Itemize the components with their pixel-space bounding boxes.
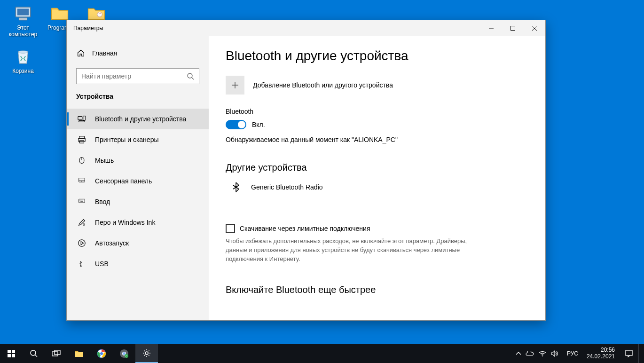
search-icon — [187, 72, 194, 80]
tray-onedrive-icon[interactable] — [526, 351, 534, 356]
notifications-button[interactable] — [620, 344, 638, 363]
sidebar-item-label: Автозапуск — [95, 239, 129, 247]
discoverable-text: Обнаруживаемое на данный момент как "ALI… — [226, 136, 525, 143]
other-devices-heading: Другие устройства — [226, 162, 525, 173]
task-view-button[interactable] — [45, 344, 68, 363]
svg-point-45 — [100, 352, 103, 355]
sidebar-item-usb[interactable]: USB — [67, 253, 209, 274]
sidebar-section-header: Устройства — [67, 93, 209, 100]
sidebar-item-label: Мышь — [95, 157, 114, 164]
sidebar-item-mouse[interactable]: Мышь — [67, 150, 209, 171]
metered-help-text: Чтобы избежать дополнительных расходов, … — [226, 237, 470, 264]
svg-rect-37 — [12, 354, 15, 357]
toggle-state-label: Вкл. — [252, 121, 265, 128]
svg-point-29 — [79, 240, 85, 246]
svg-line-10 — [192, 78, 194, 79]
svg-rect-40 — [52, 352, 58, 356]
svg-rect-6 — [511, 26, 515, 31]
tray-chevron-up-icon[interactable] — [516, 352, 521, 355]
home-label: Главная — [92, 49, 117, 57]
add-device-label: Добавление Bluetooth или другого устройс… — [253, 81, 393, 89]
taskbar-app-chrome-canary[interactable]: C — [113, 344, 135, 363]
maximize-button[interactable] — [502, 20, 524, 36]
svg-rect-14 — [79, 136, 85, 139]
sidebar-item-pen[interactable]: Перо и Windows Ink — [67, 212, 209, 233]
svg-point-31 — [80, 266, 82, 267]
taskbar-app-chrome[interactable] — [90, 344, 113, 363]
sidebar-item-label: USB — [95, 260, 109, 268]
svg-line-39 — [35, 355, 37, 357]
plus-icon — [226, 76, 244, 95]
language-indicator[interactable]: РУС — [563, 350, 582, 357]
bluetooth-toggle[interactable] — [226, 120, 246, 129]
svg-point-4 — [18, 51, 28, 53]
settings-main: Bluetooth и другие устройства Добавление… — [209, 36, 545, 320]
sidebar-nav-list: Bluetooth и другие устройства Принтеры и… — [67, 109, 209, 274]
desktop-icon-this-pc[interactable]: Этот компьютер — [6, 4, 40, 38]
svg-point-9 — [188, 73, 192, 78]
sidebar-item-autoplay[interactable]: Автозапуск — [67, 233, 209, 253]
sidebar-item-label: Перо и Windows Ink — [95, 219, 155, 226]
svg-rect-41 — [55, 350, 60, 355]
system-tray[interactable] — [511, 350, 563, 357]
add-device-button[interactable]: Добавление Bluetooth или другого устройс… — [226, 76, 525, 95]
start-button[interactable] — [0, 344, 23, 363]
close-button[interactable] — [524, 20, 545, 36]
svg-point-52 — [542, 355, 543, 356]
taskbar-search-button[interactable] — [23, 344, 45, 363]
device-item[interactable]: Generic Bluetooth Radio — [226, 179, 525, 196]
svg-point-28 — [83, 224, 85, 226]
usb-icon — [77, 259, 86, 268]
pen-icon — [77, 218, 86, 227]
bluetooth-label: Bluetooth — [226, 108, 525, 115]
taskbar-app-explorer[interactable] — [68, 344, 90, 363]
search-field[interactable] — [81, 72, 187, 80]
svg-rect-1 — [17, 9, 29, 16]
desktop-icon-recycle-bin[interactable]: Корзина — [6, 47, 40, 74]
svg-rect-34 — [8, 350, 11, 353]
recycle-bin-icon — [13, 47, 33, 67]
svg-point-3 — [97, 12, 102, 17]
show-desktop-button[interactable] — [638, 344, 641, 363]
svg-rect-16 — [80, 141, 84, 143]
metered-checkbox-label: Скачивание через лимитные подключения — [240, 225, 370, 232]
taskbar: C РУС 20:56 24.02.2021 — [0, 344, 644, 363]
keyboard-icon — [77, 197, 86, 206]
taskbar-app-settings[interactable] — [135, 344, 158, 363]
taskbar-clock[interactable]: 20:56 24.02.2021 — [582, 347, 620, 360]
window-title: Параметры — [73, 25, 480, 32]
svg-rect-2 — [19, 18, 27, 20]
svg-rect-12 — [83, 116, 86, 120]
tray-wifi-icon[interactable] — [539, 351, 546, 356]
sidebar-item-touchpad[interactable]: Сенсорная панель — [67, 171, 209, 191]
mouse-icon — [77, 156, 86, 165]
sidebar-item-label: Ввод — [95, 198, 110, 205]
tray-volume-icon[interactable] — [551, 350, 558, 357]
bluetooth-icon — [231, 182, 241, 193]
minimize-button[interactable] — [480, 20, 502, 36]
metered-checkbox[interactable] — [226, 224, 235, 233]
settings-window: Параметры Главная Устройства — [66, 20, 546, 321]
svg-rect-22 — [79, 199, 85, 203]
computer-icon — [13, 4, 33, 24]
device-name: Generic Bluetooth Radio — [251, 183, 323, 191]
sidebar-item-typing[interactable]: Ввод — [67, 191, 209, 212]
sidebar-item-label: Bluetooth и другие устройства — [95, 115, 186, 123]
desktop-icon-label: Корзина — [12, 68, 34, 74]
autoplay-icon — [77, 238, 86, 248]
clock-time: 20:56 — [587, 347, 615, 354]
desktop-icon-label: Этот компьютер — [9, 24, 38, 38]
home-button[interactable]: Главная — [67, 45, 209, 62]
svg-point-51 — [145, 352, 148, 355]
clock-date: 24.02.2021 — [587, 354, 615, 360]
search-input[interactable] — [76, 68, 199, 84]
svg-rect-11 — [78, 117, 82, 120]
desktop: Этот компьютер Programs Корзина Параметр… — [0, 0, 644, 363]
sidebar-item-printers[interactable]: Принтеры и сканеры — [67, 129, 209, 150]
titlebar[interactable]: Параметры — [67, 20, 545, 36]
svg-rect-35 — [12, 350, 15, 353]
svg-rect-13 — [79, 121, 85, 122]
svg-point-38 — [31, 350, 36, 355]
svg-text:C: C — [126, 355, 127, 358]
sidebar-item-bluetooth[interactable]: Bluetooth и другие устройства — [67, 109, 209, 129]
